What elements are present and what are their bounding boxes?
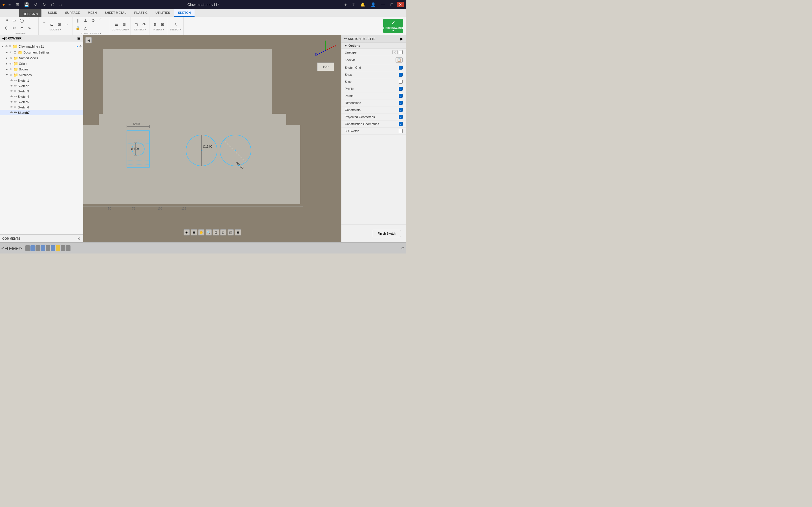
palette-options-section[interactable]: ▼ Options — [342, 43, 406, 49]
timeline-item-2[interactable] — [31, 245, 35, 251]
constraints-label[interactable]: CONSTRAINTS ▾ — [81, 32, 101, 35]
config-btn2[interactable]: ⊞ — [120, 20, 128, 28]
user-btn[interactable]: 👤 — [369, 2, 377, 7]
timeline-item-active[interactable] — [56, 245, 60, 251]
timeline-item-5[interactable] — [46, 245, 50, 251]
visibility-icon-namedviews[interactable]: 👁 — [10, 57, 12, 60]
save-btn[interactable]: 💾 — [22, 2, 31, 7]
rect-tool[interactable]: ▭ — [10, 17, 18, 24]
insert-btn2[interactable]: ⊞ — [159, 20, 166, 28]
add-tab-btn[interactable]: + — [343, 2, 349, 7]
equal-constraint[interactable]: △ — [82, 24, 89, 32]
tree-item-sketch1[interactable]: 👁 ✏ Sketch1 — [0, 78, 83, 83]
visibility-icon-sketches[interactable]: 👁 — [10, 73, 12, 76]
minimize-btn[interactable]: — — [379, 2, 387, 7]
arc-tool[interactable]: ⌒ — [26, 17, 33, 24]
mirror-tool[interactable]: ⊏ — [48, 20, 55, 28]
visibility-icon-origin[interactable]: 👁 — [10, 62, 12, 65]
display-mode-btn[interactable]: ◻ — [220, 229, 226, 235]
parallel-constraint[interactable]: ‖ — [74, 17, 82, 24]
timeline-next-btn[interactable]: ▶▶ — [12, 246, 18, 250]
constraints-checkbox[interactable] — [399, 108, 403, 112]
home-btn[interactable]: ⌂ — [58, 2, 63, 7]
spline-tool[interactable]: ∿ — [26, 24, 33, 32]
timeline-first-btn[interactable]: ⊲ — [1, 246, 4, 250]
fix-constraint[interactable]: 🔒 — [74, 24, 82, 32]
notification-btn[interactable]: 🔔 — [359, 2, 367, 7]
browser-collapse-btn[interactable]: ◀ BROWSER — [2, 37, 22, 40]
tree-item-sketch3[interactable]: 👁 ✏ Sketch3 — [0, 89, 83, 94]
zoom-btn[interactable]: 🔍 — [206, 229, 212, 235]
viewport[interactable]: ◀ X Y Z TOP — [83, 35, 341, 242]
finish-sketch-toolbar-btn[interactable]: ✓ FINISH SKETCH ▾ — [383, 19, 403, 33]
config-btn1[interactable]: ☰ — [113, 20, 120, 28]
tree-item-sketch7[interactable]: 👁 ✏ Sketch7 — [0, 110, 83, 115]
timeline-prev-btn[interactable]: ◀ — [5, 246, 8, 250]
visibility-icon-sketch6[interactable]: 👁 — [10, 106, 13, 109]
inspect-label[interactable]: INSPECT ▾ — [133, 28, 146, 31]
visibility-icon-sketch4[interactable]: 👁 — [10, 95, 13, 98]
timeline-last-btn[interactable]: ⊳ — [19, 246, 22, 250]
concentric-constraint[interactable]: ⊙ — [89, 17, 97, 24]
palette-expand-btn[interactable]: ▶ — [400, 37, 403, 41]
timeline-settings-btn[interactable]: ⚙ — [401, 246, 405, 250]
grid-options-btn[interactable]: ⊞ — [235, 229, 241, 235]
close-btn[interactable]: ✕ — [397, 2, 404, 7]
tangent-constraint[interactable]: ⌒ — [97, 17, 104, 24]
tab-solid[interactable]: SOLID — [44, 9, 61, 17]
snap-checkbox[interactable] — [399, 73, 403, 76]
maximize-btn[interactable]: □ — [389, 2, 395, 7]
fillet-tool[interactable]: ⌒ — [40, 20, 48, 28]
visibility-icon-bodies[interactable]: 👁 — [10, 68, 12, 71]
tree-item-sketch4[interactable]: 👁 ✏ Sketch4 — [0, 94, 83, 99]
select-label[interactable]: SELECT ▾ — [170, 28, 182, 31]
sketchgrid-checkbox[interactable] — [399, 66, 403, 69]
visibility-icon-docsettings[interactable]: 👁 — [10, 51, 12, 54]
help-btn[interactable]: ? — [351, 2, 356, 7]
tree-item-origin[interactable]: ▶ 👁 📁 Origin — [0, 61, 83, 66]
comments-close-btn[interactable]: ✕ — [77, 236, 81, 241]
visibility-icon-sketch5[interactable]: 👁 — [10, 100, 13, 103]
points-checkbox[interactable] — [399, 94, 403, 98]
snap-tool-btn[interactable]: ⊕ — [184, 229, 190, 235]
select-btn[interactable]: ↖ — [172, 20, 179, 28]
perp-constraint[interactable]: ⊥ — [82, 17, 89, 24]
zoom-fit-btn[interactable]: ⊡ — [213, 229, 219, 235]
view-options-btn[interactable]: ◱ — [227, 229, 234, 235]
polygon-tool[interactable]: ⬡ — [3, 24, 10, 32]
tab-utilities[interactable]: UTILITIES — [151, 9, 174, 17]
tab-sheet-metal[interactable]: SHEET METAL — [101, 9, 130, 17]
visibility-icon-sketch2[interactable]: 👁 — [10, 84, 13, 87]
more-btn[interactable]: ⬡ — [49, 2, 56, 7]
visibility-icon-root[interactable]: 👁 — [5, 45, 8, 48]
offset-tool[interactable]: ⊂ — [18, 24, 26, 32]
redo-btn[interactable]: ↻ — [41, 2, 48, 7]
tree-item-sketch2[interactable]: 👁 ✏ Sketch2 — [0, 83, 83, 89]
slice-checkbox[interactable] — [399, 80, 403, 83]
timeline-item-6[interactable] — [51, 245, 55, 251]
tree-item-sketches[interactable]: ▼ 👁 📁 Sketches — [0, 72, 83, 78]
finish-sketch-palette-btn[interactable]: Finish Sketch — [373, 230, 401, 237]
visibility-icon-sketch1[interactable]: 👁 — [10, 79, 13, 82]
undo-btn[interactable]: ↺ — [33, 2, 39, 7]
3dsketch-checkbox[interactable] — [399, 129, 403, 133]
timeline-play-btn[interactable]: ▶ — [9, 246, 12, 250]
trim-tool[interactable]: ✂ — [10, 24, 18, 32]
analysis-btn[interactable]: ◔ — [140, 20, 147, 28]
tree-item-docsettings[interactable]: ▶ 👁 ⚙ 📁 Document Settings — [0, 50, 83, 55]
tab-plastic[interactable]: PLASTIC — [130, 9, 151, 17]
construction-checkbox[interactable] — [399, 122, 403, 126]
insert-label[interactable]: INSERT ▾ — [153, 28, 164, 31]
tree-item-bodies[interactable]: ▶ 👁 📁 Bodies — [0, 66, 83, 72]
linetype-checkbox[interactable] — [399, 50, 403, 54]
lookat-btn[interactable]: 📋 — [396, 57, 403, 62]
visibility-icon-sketch3[interactable]: 👁 — [10, 90, 13, 93]
tree-item-root[interactable]: ▼ 👁 ⚙ 📁 Claw machine v11 ☁ ⚙ — [0, 43, 83, 50]
modify-label[interactable]: MODIFY ▾ — [50, 28, 61, 31]
linetype-btn1[interactable]: ◁ — [393, 50, 398, 54]
tab-mesh[interactable]: MESH — [84, 9, 101, 17]
tree-item-namedviews[interactable]: ▶ 👁 📁 Named Views — [0, 55, 83, 61]
visibility-icon-sketch7[interactable]: 👁 — [10, 111, 13, 114]
scale-tool[interactable]: ⌓ — [63, 20, 70, 28]
timeline-item-8[interactable] — [66, 245, 70, 251]
